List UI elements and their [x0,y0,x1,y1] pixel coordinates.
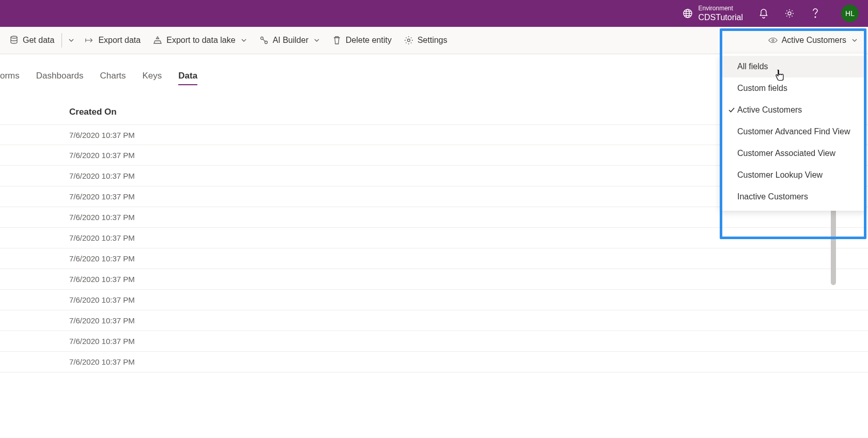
get-data-label: Get data [23,36,54,45]
view-option[interactable]: Customer Lookup View [720,164,866,186]
command-bar: Get data Export data Export to data lake [0,27,868,54]
settings-button[interactable]: Settings [398,27,454,54]
settings-label: Settings [417,36,447,45]
view-selector-dropdown: All fieldsCustom fieldsActive CustomersC… [720,54,866,211]
table-row[interactable]: 7/6/2020 10:37 PM [0,228,868,248]
svg-point-3 [815,17,816,18]
tab-keys[interactable]: Keys [143,71,162,85]
export-icon [85,36,94,45]
view-option-label: All fields [737,62,768,71]
divider [61,33,62,48]
view-option[interactable]: Customer Advanced Find View [720,121,866,143]
delete-entity-label: Delete entity [346,36,392,45]
gear-icon [404,36,413,45]
environment-name: CDSTutorial [698,12,743,22]
gear-icon[interactable] [784,8,795,19]
notifications-icon[interactable] [758,8,769,19]
export-data-lake-button[interactable]: Export to data lake [147,27,253,54]
tab-charts[interactable]: Charts [100,71,126,85]
svg-point-2 [788,12,791,15]
view-option-label: Customer Lookup View [737,170,823,180]
svg-point-8 [772,39,774,41]
help-icon[interactable] [810,8,820,19]
view-option-label: Customer Associated View [737,149,835,158]
table-row[interactable]: 7/6/2020 10:37 PM [0,269,868,290]
environment-label: Environment [698,5,743,12]
top-app-bar: Environment CDSTutorial HL [0,0,868,27]
data-lake-icon [153,36,162,45]
view-option-label: Active Customers [737,105,802,115]
view-option-label: Customer Advanced Find View [737,127,850,136]
trash-icon [332,36,342,45]
table-row[interactable]: 7/6/2020 10:37 PM [0,331,868,352]
eye-icon [768,36,778,45]
get-data-button[interactable]: Get data [3,27,60,54]
ai-builder-icon [259,36,269,45]
view-option-label: Inactive Customers [737,192,808,201]
view-option[interactable]: All fields [720,56,866,77]
tab-orms[interactable]: orms [0,71,20,85]
table-row[interactable]: 7/6/2020 10:37 PM [0,248,868,269]
tab-dashboards[interactable]: Dashboards [36,71,84,85]
export-data-lake-label: Export to data lake [166,36,235,45]
ai-builder-label: AI Builder [273,36,308,45]
export-data-button[interactable]: Export data [79,27,147,54]
avatar-initials: HL [845,9,855,18]
view-selector[interactable]: Active Customers [761,27,865,54]
svg-point-4 [11,36,17,38]
avatar[interactable]: HL [841,5,859,22]
svg-point-5 [260,37,263,40]
get-data-chevron-button[interactable] [63,27,79,54]
database-icon [9,36,19,45]
view-option[interactable]: Custom fields [720,77,866,99]
export-data-label: Export data [98,36,141,45]
chevron-down-icon [314,37,320,43]
chevron-down-icon [851,37,858,43]
view-option-label: Custom fields [737,84,787,93]
table-row[interactable]: 7/6/2020 10:37 PM [0,352,868,372]
table-row[interactable]: 7/6/2020 10:37 PM [0,290,868,310]
table-row[interactable]: 7/6/2020 10:37 PM [0,310,868,331]
svg-point-6 [265,41,267,44]
environment-switcher[interactable]: Environment CDSTutorial [683,5,743,22]
chevron-down-icon [68,37,74,43]
svg-point-7 [407,39,410,42]
view-selector-label: Active Customers [782,36,846,45]
view-option[interactable]: Active Customers [720,99,866,121]
delete-entity-button[interactable]: Delete entity [326,27,398,54]
tab-data[interactable]: Data [178,71,197,85]
view-option[interactable]: Customer Associated View [720,143,866,164]
globe-icon [683,8,693,19]
view-option[interactable]: Inactive Customers [720,186,866,208]
ai-builder-button[interactable]: AI Builder [253,27,326,54]
chevron-down-icon [241,37,247,43]
check-icon [726,106,737,114]
